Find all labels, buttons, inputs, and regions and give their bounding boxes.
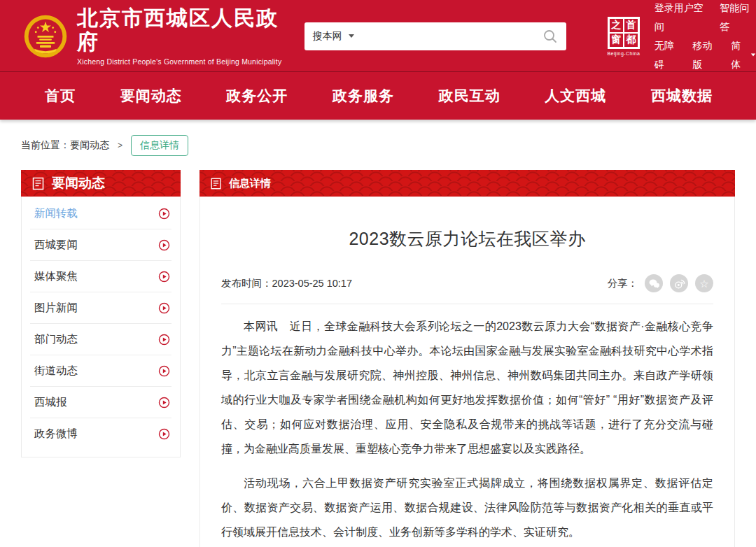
wechat-share-button[interactable] xyxy=(645,274,663,292)
breadcrumb-parent-link[interactable]: 要闻动态 xyxy=(70,139,109,152)
circle-play-icon xyxy=(158,397,170,409)
star-icon: ☆ xyxy=(699,278,708,289)
capital-window-caption: Beijing-China xyxy=(606,51,642,56)
article-panel-header: 信息详情 xyxy=(200,170,735,197)
chevron-down-icon xyxy=(751,54,755,57)
smart-qa-link[interactable]: 智能问答 xyxy=(720,0,756,36)
search-icon xyxy=(542,29,558,44)
breadcrumb-separator: > xyxy=(118,141,122,150)
sidebar-item-media-focus[interactable]: 媒体聚焦 xyxy=(22,261,180,292)
sidebar-item-xicheng-paper[interactable]: 西城报 xyxy=(22,387,180,418)
article-paragraph: 本网讯 近日，全球金融科技大会系列论坛之一的2023数云原力大会“数据资产·金融… xyxy=(221,314,713,461)
nav-item-home[interactable]: 首页 xyxy=(45,86,76,106)
chevron-down-icon xyxy=(349,34,354,38)
document-icon xyxy=(209,177,223,190)
circle-play-icon xyxy=(158,365,170,377)
publish-time-value: 2023-05-25 10:17 xyxy=(272,278,353,289)
search-input[interactable] xyxy=(363,31,542,42)
nav-item-data[interactable]: 西城数据 xyxy=(651,86,713,106)
sidebar-item-department-updates[interactable]: 部门动态 xyxy=(22,324,180,355)
sidebar-item-photo-news[interactable]: 图片新闻 xyxy=(22,292,180,324)
circle-play-icon xyxy=(158,334,170,346)
article-body: 本网讯 近日，全球金融科技大会系列论坛之一的2023数云原力大会“数据资产·金融… xyxy=(221,314,713,547)
site-header: 北京市西城区人民政府 Xicheng District People's Gov… xyxy=(0,0,756,72)
national-emblem-icon xyxy=(23,14,68,59)
circle-play-icon xyxy=(158,302,170,314)
wechat-icon xyxy=(648,278,660,289)
site-subtitle: Xicheng District People's Government of … xyxy=(77,57,286,66)
capital-window-logo[interactable]: 之 首 窗 都 Beijing-China xyxy=(606,17,642,56)
article-title: 2023数云原力论坛在我区举办 xyxy=(221,197,713,256)
circle-play-icon xyxy=(158,428,170,440)
nav-item-culture[interactable]: 人文西城 xyxy=(545,86,606,106)
sidebar-item-street-updates[interactable]: 街道动态 xyxy=(22,355,180,387)
capital-window-char: 之 xyxy=(609,18,624,33)
document-icon xyxy=(31,176,46,191)
login-user-space-link[interactable]: 登录用户空间 xyxy=(654,0,709,36)
national-emblem-logo[interactable] xyxy=(23,14,68,59)
nav-item-interaction[interactable]: 政民互动 xyxy=(439,86,500,106)
article-paragraph: 活动现场，六合上甲数据资产研究实验室正式揭牌成立，将围绕数据权属界定、数据评估定… xyxy=(221,471,713,544)
header-links: 登录用户空间 智能问答 无障碍 移动版 简体 xyxy=(654,0,756,74)
circle-play-icon xyxy=(158,239,170,251)
circle-play-icon xyxy=(158,271,170,283)
mobile-version-link[interactable]: 移动版 xyxy=(692,36,720,74)
search-scope-dropdown[interactable]: 搜本网 xyxy=(313,30,354,43)
weibo-share-button[interactable] xyxy=(670,274,688,292)
article-meta: 发布时间：2023-05-25 10:17 分享： xyxy=(221,274,713,304)
language-label: 简体 xyxy=(731,36,748,74)
breadcrumb-label: 当前位置： xyxy=(21,139,70,152)
sidebar-item-news-repost[interactable]: 新闻转载 xyxy=(22,198,180,229)
favorite-share-button[interactable]: ☆ xyxy=(695,274,713,292)
nav-item-gov-services[interactable]: 政务服务 xyxy=(332,86,394,106)
sidebar-header: 要闻动态 xyxy=(21,170,181,197)
search-scope-label: 搜本网 xyxy=(313,30,342,43)
sidebar-item-gov-weibo[interactable]: 政务微博 xyxy=(22,418,180,450)
article-panel-title: 信息详情 xyxy=(229,177,271,190)
main-navigation: 首页 要闻动态 政务公开 政务服务 政民互动 人文西城 西城数据 xyxy=(0,72,756,120)
site-brand: 北京市西城区人民政府 Xicheng District People's Gov… xyxy=(77,6,286,66)
circle-play-icon xyxy=(158,208,170,220)
capital-window-char: 首 xyxy=(624,18,638,33)
page: 北京市西城区人民政府 Xicheng District People's Gov… xyxy=(0,0,756,547)
accessibility-link[interactable]: 无障碍 xyxy=(654,36,682,74)
language-dropdown[interactable]: 简体 xyxy=(731,36,756,74)
weibo-icon xyxy=(673,278,685,290)
nav-item-gov-affairs-open[interactable]: 政务公开 xyxy=(226,86,288,106)
share-label: 分享： xyxy=(608,277,638,290)
sidebar-item-xicheng-news[interactable]: 西城要闻 xyxy=(22,229,180,261)
breadcrumb: 当前位置： 要闻动态 > 信息详情 xyxy=(21,135,735,156)
sidebar-news: 要闻动态 新闻转载 西城要闻 媒体聚焦 图片新闻 xyxy=(21,170,181,457)
sidebar-list: 新闻转载 西城要闻 媒体聚焦 图片新闻 部门动态 xyxy=(21,197,181,457)
search-bar: 搜本网 xyxy=(304,22,566,50)
article-panel: 信息详情 2023数云原力论坛在我区举办 发布时间：2023-05-25 10:… xyxy=(200,170,735,547)
publish-time-label: 发布时间： xyxy=(221,278,272,289)
capital-window-char: 都 xyxy=(624,33,638,48)
capital-window-char: 窗 xyxy=(609,33,624,48)
sidebar-title: 要闻动态 xyxy=(52,174,105,192)
breadcrumb-current-badge[interactable]: 信息详情 xyxy=(131,135,188,156)
capital-window-grid: 之 首 窗 都 xyxy=(608,17,640,49)
nav-item-news[interactable]: 要闻动态 xyxy=(120,86,182,106)
content-columns: 要闻动态 新闻转载 西城要闻 媒体聚焦 图片新闻 xyxy=(21,170,735,547)
search-button[interactable] xyxy=(542,29,558,44)
article: 2023数云原力论坛在我区举办 发布时间：2023-05-25 10:17 分享… xyxy=(200,197,735,547)
site-title: 北京市西城区人民政府 xyxy=(77,6,286,54)
